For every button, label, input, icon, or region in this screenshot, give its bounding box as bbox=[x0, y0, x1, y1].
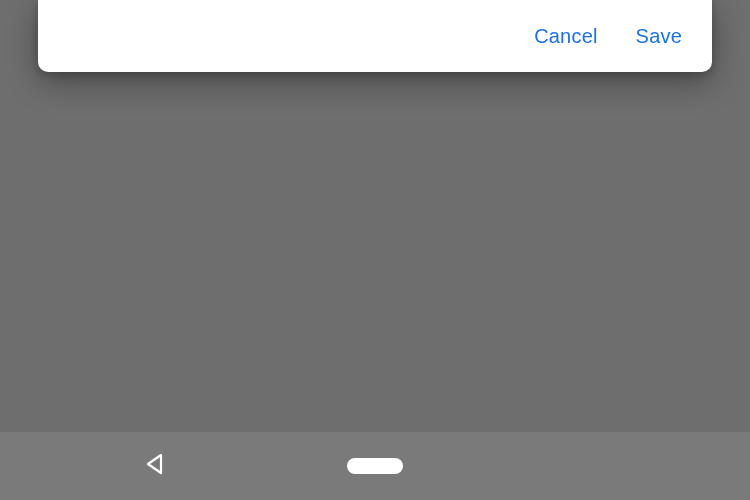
cancel-button[interactable]: Cancel bbox=[534, 25, 597, 48]
android-nav-bar bbox=[0, 432, 750, 500]
home-pill-button[interactable] bbox=[347, 458, 403, 474]
nav-spacer bbox=[570, 446, 610, 486]
dialog-footer: Cancel Save bbox=[38, 0, 712, 72]
back-button[interactable] bbox=[135, 446, 175, 486]
save-button[interactable]: Save bbox=[636, 25, 682, 48]
dialog-actions: Cancel Save bbox=[534, 25, 682, 48]
back-triangle-icon bbox=[143, 452, 167, 480]
